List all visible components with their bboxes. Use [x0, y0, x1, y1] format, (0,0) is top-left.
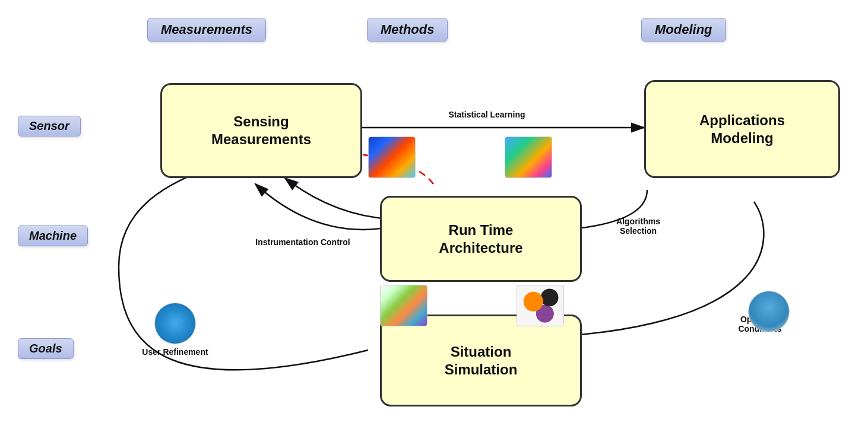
plane-icon — [748, 291, 790, 332]
algorithm-icon — [517, 285, 564, 326]
instrumentation-control-label: Instrumentation Control — [255, 237, 350, 247]
algorithms-selection-label: Algorithms Selection — [600, 217, 677, 236]
situation-simulation-box: Situation Simulation — [380, 315, 582, 406]
circuit-icon — [380, 285, 427, 326]
applications-modeling-box: Applications Modeling — [644, 80, 840, 178]
histogram-icon — [505, 136, 552, 178]
header-modeling: Modeling — [641, 18, 726, 42]
runtime-architecture-box: Run Time Architecture — [380, 196, 582, 282]
diagram-container: Measurements Methods Modeling Sensor Mac… — [0, 0, 868, 432]
row-goals: Goals — [18, 338, 74, 359]
sensing-measurements-box: Sensing Measurements — [160, 83, 362, 178]
header-measurements: Measurements — [147, 18, 266, 42]
row-sensor: Sensor — [18, 116, 81, 136]
user-refinement-label: User Refinement — [137, 347, 214, 357]
globe-icon — [154, 303, 196, 344]
header-methods: Methods — [367, 18, 448, 42]
thermal-icon — [368, 136, 416, 178]
row-machine: Machine — [18, 225, 88, 246]
statistical-learning-label: Statistical Learning — [427, 110, 546, 119]
